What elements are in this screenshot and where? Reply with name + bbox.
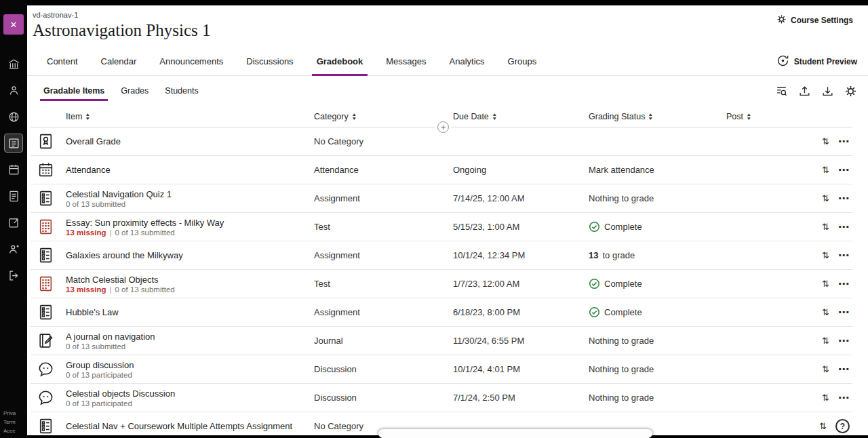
reorder-button[interactable]: ⇅ (822, 336, 829, 346)
row-menu-button[interactable]: ⋯ (838, 393, 850, 403)
reorder-button[interactable]: ⇅ (822, 393, 829, 403)
privacy-link[interactable]: Priva (3, 410, 16, 416)
tab-messages[interactable]: Messages (374, 47, 437, 75)
institution-icon[interactable] (5, 55, 22, 73)
row-menu-button[interactable]: ⋯ (838, 250, 850, 261)
reorder-button[interactable]: ⇅ (822, 279, 829, 289)
reorder-button[interactable]: ⇅ (822, 250, 829, 260)
category-cell: Discussion (314, 364, 453, 374)
table-row[interactable]: Celestial objects Discussion 0 of 13 par… (31, 384, 852, 412)
submitted-count: 0 of 13 submitted (66, 342, 125, 351)
reorder-button[interactable]: ⇅ (822, 136, 829, 146)
due-date-cell: 10/1/24, 12:34 PM (453, 250, 589, 260)
column-header-grading-status[interactable]: Grading Status ▲▼ (589, 112, 726, 121)
reorder-button[interactable]: ⇅ (822, 307, 829, 317)
gradebook-icon[interactable] (5, 134, 22, 152)
subtab-gradable-items[interactable]: Gradable Items (35, 76, 113, 106)
complete-check-icon (589, 221, 600, 233)
row-menu-button[interactable]: ⋯ (838, 307, 850, 318)
item-title-link[interactable]: Group discussion (66, 360, 307, 370)
close-button[interactable]: ✕ (3, 14, 24, 35)
reorder-button[interactable]: ⇅ (822, 165, 829, 175)
table-row[interactable]: Match Celestial Objects 13 missing | 0 o… (31, 270, 852, 298)
table-row[interactable]: Hubble's Law Assignment 6/18/23, 8:00 PM… (31, 298, 852, 327)
sign-out-icon[interactable] (5, 266, 22, 284)
table-row[interactable]: Celestial Navigation Quiz 1 0 of 13 subm… (31, 184, 852, 213)
table-row[interactable]: Attendance Attendance Ongoing Mark atten… (31, 156, 852, 184)
upload-icon[interactable] (796, 83, 813, 100)
tab-gradebook[interactable]: Gradebook (305, 47, 375, 75)
subtab-students[interactable]: Students (157, 76, 206, 106)
item-title-link[interactable]: A journal on navigation (66, 332, 307, 342)
reorder-button[interactable]: ⇅ (822, 222, 829, 232)
row-menu-button[interactable]: ⋯ (838, 279, 850, 290)
create-icon[interactable] (5, 214, 22, 231)
calendar-icon[interactable] (5, 161, 22, 178)
column-header-post[interactable]: Post ▲▼ (726, 112, 805, 121)
item-title-link[interactable]: Match Celestial Objects (66, 275, 307, 285)
reorder-button[interactable]: ⇅ (822, 364, 829, 374)
table-row[interactable]: Galaxies around the Milkyway Assignment … (31, 241, 852, 270)
tab-announcements[interactable]: Announcements (148, 47, 235, 75)
sort-icon: ▲▼ (85, 113, 90, 120)
test-icon (37, 218, 66, 235)
student-preview-button[interactable]: Student Preview (776, 47, 868, 75)
admin-icon[interactable] (5, 240, 22, 258)
item-title-link[interactable]: Hubble's Law (66, 307, 307, 317)
item-title-link[interactable]: Celestial Navigation Quiz 1 (66, 189, 307, 199)
complete-check-icon (589, 278, 600, 290)
item-title-link[interactable]: Overall Grade (66, 136, 307, 146)
reorder-button[interactable]: ⇅ (819, 421, 827, 431)
settings-gear-icon[interactable] (842, 83, 859, 100)
profile-icon[interactable] (5, 81, 22, 99)
add-item-button[interactable]: + (437, 121, 449, 133)
item-subtitle: 0 of 13 submitted (66, 200, 307, 208)
download-icon[interactable] (819, 83, 836, 100)
tab-calendar[interactable]: Calendar (90, 47, 149, 75)
accessibility-link[interactable]: Acce (3, 428, 16, 434)
item-title-link[interactable]: Essay: Sun proximity effects - Milky Way (66, 218, 307, 228)
attendance-icon (37, 161, 66, 178)
due-date-cell: 11/30/24, 6:55 PM (453, 336, 589, 346)
due-date-cell: 6/18/23, 8:00 PM (453, 307, 589, 317)
course-settings-button[interactable]: Course Settings (776, 14, 853, 26)
subtab-grades[interactable]: Grades (113, 76, 157, 106)
submitted-count: 0 of 13 submitted (66, 200, 125, 208)
item-title-link[interactable]: Galaxies around the Milkyway (66, 250, 307, 260)
grading-status-cell: Nothing to grade (589, 336, 726, 346)
category-cell: Journal (314, 336, 453, 346)
category-cell: Assignment (314, 250, 453, 260)
tab-analytics[interactable]: Analytics (438, 47, 496, 75)
row-menu-button[interactable]: ⋯ (838, 222, 850, 233)
column-header-due-date[interactable]: Due Date ▲▼ (453, 112, 589, 121)
sidebar-footer: Priva Term Acce (3, 410, 16, 434)
assignment-icon (37, 190, 66, 207)
row-menu-button[interactable]: ⋯ (838, 336, 850, 346)
grading-status-cell: Nothing to grade (589, 393, 726, 403)
row-menu-button[interactable]: ⋯ (838, 136, 850, 147)
search-icon[interactable] (773, 83, 790, 100)
terms-link[interactable]: Term (3, 419, 16, 425)
column-header-category[interactable]: Category ▲▼ (314, 112, 453, 121)
tab-groups[interactable]: Groups (496, 47, 549, 75)
row-menu-button[interactable]: ⋯ (838, 193, 850, 204)
grading-status-cell[interactable]: Mark attendance (589, 165, 726, 175)
column-header-item[interactable]: Item ▲▼ (66, 112, 314, 121)
item-title-link[interactable]: Celestial Nav + Coursework Multiple Atte… (66, 421, 307, 431)
activity-icon[interactable] (5, 187, 22, 205)
row-menu-button[interactable]: ⋯ (838, 364, 850, 375)
table-row[interactable]: Essay: Sun proximity effects - Milky Way… (31, 213, 852, 241)
item-title-link[interactable]: Attendance (66, 165, 307, 175)
grading-status-cell[interactable]: 13 to grade (589, 250, 726, 260)
tab-content[interactable]: Content (35, 47, 90, 75)
globe-icon[interactable] (5, 108, 22, 125)
tab-discussions[interactable]: Discussions (235, 47, 304, 75)
course-nav-tabs: Content Calendar Announcements Discussio… (27, 47, 868, 76)
table-row[interactable]: A journal on navigation 0 of 13 submitte… (31, 327, 852, 355)
reorder-button[interactable]: ⇅ (822, 193, 829, 203)
table-row[interactable]: Group discussion 0 of 13 participated Di… (31, 355, 852, 384)
help-icon[interactable]: ? (835, 419, 850, 433)
item-title-link[interactable]: Celestial objects Discussion (66, 389, 307, 399)
discussion-icon (37, 389, 66, 406)
row-menu-button[interactable]: ⋯ (838, 165, 850, 176)
